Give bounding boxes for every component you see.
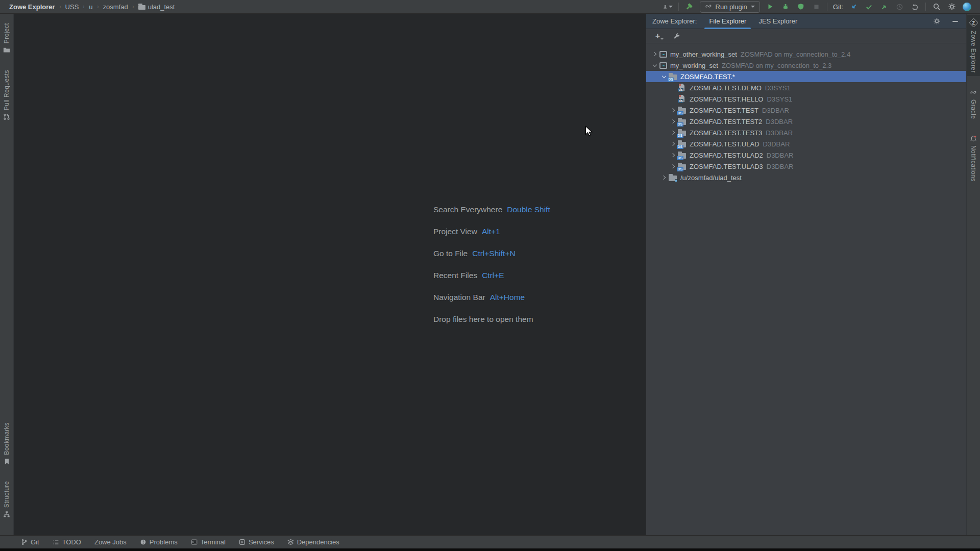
add-button[interactable]: + [653, 31, 663, 41]
editor-hint-row: Go to FileCtrl+Shift+N [433, 242, 550, 264]
working-set-icon [659, 62, 667, 69]
tool-window-minimize-icon[interactable] [950, 16, 960, 26]
tool-window-toolbar: + [646, 29, 966, 43]
git-label: Git: [833, 3, 843, 11]
tree-toggle-collapsed-icon[interactable] [669, 105, 677, 116]
stop-icon[interactable] [812, 2, 821, 12]
code-with-me-users-icon[interactable] [663, 2, 673, 12]
working-set-icon [659, 51, 667, 58]
sequential-dataset-icon: ds [678, 95, 687, 103]
partitioned-dataset-icon: DS [678, 117, 687, 126]
tree-row-zosmfad-test-demo[interactable]: dsZOSMFAD.TEST.DEMOD3SYS1 [646, 82, 966, 93]
tool-window-title: Zowe Explorer: [652, 17, 697, 25]
editor-empty-area[interactable]: Search EverywhereDouble ShiftProject Vie… [14, 14, 646, 535]
tree-toggle-collapsed-icon[interactable] [669, 127, 677, 138]
tree-toggle-expanded-icon[interactable] [659, 71, 668, 82]
breadcrumb-separator: › [97, 3, 99, 10]
breadcrumb-separator: › [83, 3, 85, 10]
editor-hint-row: Navigation BarAlt+Home [433, 286, 550, 308]
tool-window-header-actions [932, 16, 960, 26]
breadcrumb-separator: › [59, 3, 61, 10]
statusbar-item-terminal[interactable]: Terminal [184, 536, 232, 548]
statusbar-item-zowe-jobs[interactable]: Zowe Jobs [88, 536, 133, 548]
tree-row-zosmfad-test-test3[interactable]: DSZOSMFAD.TEST.TEST3D3DBAR [646, 127, 966, 138]
settings-wrench-icon[interactable] [672, 31, 681, 41]
tree-toggle-collapsed-icon[interactable] [669, 161, 677, 172]
left-stripe-top: ProjectPull Requests [0, 20, 13, 134]
run-icon[interactable] [766, 2, 775, 12]
search-everywhere-icon[interactable] [932, 2, 941, 12]
stripe-button-project[interactable]: Project [0, 20, 13, 57]
stripe-button-notifications[interactable]: Notifications [967, 132, 980, 185]
partitioned-dataset-icon: DS [678, 151, 687, 159]
partitioned-dataset-icon: DS [678, 129, 687, 137]
tool-window-settings-gear-icon[interactable] [932, 16, 942, 26]
todo-icon [53, 539, 59, 545]
stripe-button-pull-requests[interactable]: Pull Requests [0, 67, 13, 123]
zowe-logo-icon: Z [969, 18, 978, 27]
tree-row-zosmfad-test-ulad3[interactable]: DSZOSMFAD.TEST.ULAD3D3DBAR [646, 161, 966, 172]
breadcrumb-item-zowe-explorer[interactable]: Zowe Explorer [9, 3, 55, 11]
history-icon[interactable] [895, 2, 904, 12]
run-with-coverage-icon[interactable] [796, 2, 806, 12]
breadcrumb-item-uss[interactable]: USS [65, 3, 79, 11]
statusbar-item-dependencies[interactable]: Dependencies [281, 536, 346, 548]
status-bar: GitTODOZowe JobsProblemsTerminalServices… [0, 535, 980, 548]
breadcrumb-item-ulad-test[interactable]: ulad_test [138, 3, 175, 11]
statusbar-item-git[interactable]: Git [14, 536, 46, 548]
bell-icon [970, 135, 977, 142]
stripe-button-bookmarks[interactable]: Bookmarks [0, 419, 13, 468]
git-commit-icon[interactable] [864, 2, 874, 12]
statusbar-item-services[interactable]: Services [232, 536, 281, 548]
tree-toggle-collapsed-icon[interactable] [669, 138, 677, 149]
tree-row-zosmfad-test-[interactable]: DSZOSMFAD.TEST.* [646, 71, 966, 82]
editor-hint-row: Project ViewAlt+1 [433, 220, 550, 242]
stripe-button-zowe-explorer[interactable]: ZZowe Explorer [967, 15, 980, 76]
tree-toggle-expanded-icon[interactable] [650, 60, 659, 71]
tree-toggle-collapsed-icon[interactable] [669, 116, 677, 127]
statusbar-item-todo[interactable]: TODO [46, 536, 88, 548]
tree-row-zosmfad-test-ulad[interactable]: DSZOSMFAD.TEST.ULADD3DBAR [646, 138, 966, 149]
tree-row-zosmfad-test-hello[interactable]: dsZOSMFAD.TEST.HELLOD3SYS1 [646, 93, 966, 105]
chevron-down-icon [751, 6, 755, 8]
settings-icon[interactable] [947, 2, 957, 12]
tab-jes-explorer[interactable]: JES Explorer [756, 14, 799, 29]
tree-row-my-other-working-set[interactable]: my_other_working_setZOSMFAD on my_connec… [646, 48, 966, 60]
tree-row-zosmfad-test-ulad2[interactable]: DSZOSMFAD.TEST.ULAD2D3DBAR [646, 149, 966, 161]
left-stripe-bottom: BookmarksStructure [0, 419, 13, 531]
tree-row-zosmfad-test-test2[interactable]: DSZOSMFAD.TEST.TEST2D3DBAR [646, 116, 966, 127]
profile-icon[interactable] [962, 2, 972, 12]
ide-window: Zowe Explorer›USS›u›zosmfad›ulad_test Ru… [0, 0, 980, 551]
tree-toggle-collapsed-icon[interactable] [669, 149, 677, 161]
statusbar-item-problems[interactable]: Problems [133, 536, 184, 548]
pull-request-icon [3, 113, 10, 120]
breadcrumb-item-u[interactable]: u [89, 3, 92, 11]
problems-icon [140, 539, 146, 545]
toolbar-divider [925, 3, 926, 11]
right-tool-window-stripe: ZZowe ExplorerGradleNotifications [966, 14, 980, 535]
tree-toggle-collapsed-icon[interactable] [650, 48, 659, 60]
debug-icon[interactable] [781, 2, 791, 12]
tab-file-explorer[interactable]: File Explorer [707, 14, 748, 29]
file-explorer-tree: my_other_working_setZOSMFAD on my_connec… [646, 43, 966, 535]
bookmark-icon [4, 458, 10, 465]
build-hammer-icon[interactable] [684, 2, 694, 12]
partitioned-dataset-icon: DS [678, 140, 687, 148]
tree-row-my-working-set[interactable]: my_working_setZOSMFAD on my_connection_t… [646, 60, 966, 71]
breadcrumb: Zowe Explorer›USS›u›zosmfad›ulad_test [6, 3, 175, 11]
zowe-explorer-tool-window: Zowe Explorer: File ExplorerJES Explorer… [646, 14, 966, 535]
rollback-icon[interactable] [910, 2, 920, 12]
breadcrumb-separator: › [132, 3, 134, 10]
breadcrumb-item-zosmfad[interactable]: zosmfad [103, 3, 128, 11]
tree-toggle-collapsed-icon[interactable] [659, 172, 668, 183]
stripe-button-gradle[interactable]: Gradle [967, 86, 980, 122]
tree-row--u-zosmfad-ulad-test[interactable]: /u/zosmfad/ulad_test [646, 172, 966, 183]
toolbar-divider [827, 3, 827, 11]
run-configuration-select[interactable]: Run plugin [700, 1, 760, 13]
git-update-icon[interactable] [849, 2, 859, 12]
uss-directory-icon [669, 173, 677, 182]
tree-row-zosmfad-test-test[interactable]: DSZOSMFAD.TEST.TESTD3DBAR [646, 105, 966, 116]
stripe-button-structure[interactable]: Structure [0, 478, 13, 521]
tool-window-tabs: File ExplorerJES Explorer [707, 14, 807, 29]
git-push-icon[interactable] [879, 2, 889, 12]
